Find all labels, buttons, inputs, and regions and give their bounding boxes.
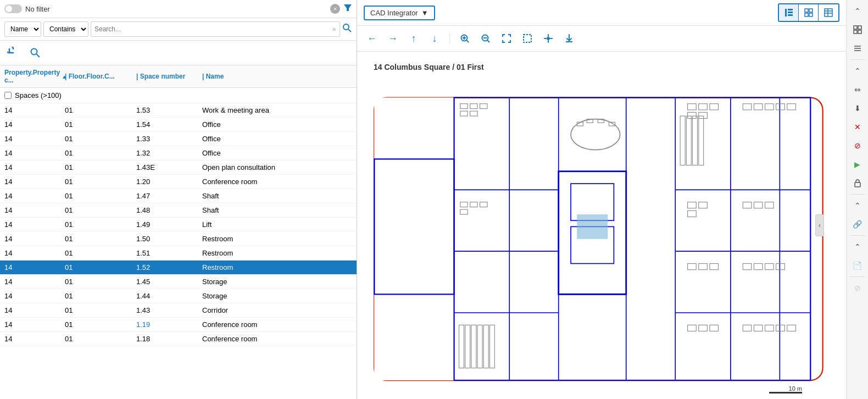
filter-clear-button[interactable]: ×	[330, 4, 340, 14]
spaces-checkbox[interactable]	[4, 92, 12, 99]
cell-property: 14	[4, 192, 65, 200]
table-row[interactable]: 14 01 1.19 Conference room	[0, 318, 357, 332]
table-row[interactable]: 14 01 1.50 Restroom	[0, 232, 357, 246]
view-list-button[interactable]	[779, 4, 799, 21]
sidebar-no-button[interactable]: ⊘	[848, 137, 867, 154]
svg-rect-29	[374, 294, 454, 380]
cell-floor: 01	[65, 235, 136, 243]
sidebar-resize-button[interactable]: ⇔	[848, 81, 867, 98]
svg-rect-61	[710, 104, 719, 110]
table-row[interactable]: 14 01 1.43E Open plan consultation	[0, 160, 357, 175]
cell-space[interactable]: 1.19	[136, 320, 202, 329]
col-header-name[interactable]: | Name	[202, 73, 352, 80]
sidebar-download-button[interactable]: ⬇	[848, 99, 867, 117]
table-row[interactable]: 14 01 1.20 Conference room	[0, 175, 357, 189]
col-header-floor[interactable]: | Floor.Floor.C...	[65, 73, 136, 80]
cell-property: 14	[4, 249, 65, 257]
table-row[interactable]: 14 01 1.43 Corridor	[0, 303, 357, 318]
table-row[interactable]: 14 01 1.33 Office	[0, 132, 357, 146]
svg-rect-74	[765, 202, 774, 208]
search-icon	[342, 23, 352, 33]
sidebar-close-button[interactable]: ✕	[848, 118, 867, 136]
view-grid-button[interactable]	[799, 4, 819, 21]
col-header-property[interactable]: Property.Property c... ▲	[4, 69, 65, 84]
svg-rect-89	[787, 325, 796, 331]
table-row[interactable]: 14 01 1.53 Work & meeting area	[0, 103, 357, 118]
svg-rect-28	[374, 98, 454, 159]
cell-space: 1.48	[136, 206, 202, 214]
sidebar-chevron-up-4[interactable]: ⌃	[848, 238, 867, 256]
search-input[interactable]	[94, 25, 332, 33]
cell-property: 14	[4, 306, 65, 314]
svg-rect-31	[374, 159, 454, 294]
search-field-select[interactable]: Name	[4, 21, 41, 37]
cell-name: Conference room	[202, 178, 352, 186]
zoom-in-button[interactable]	[457, 30, 473, 47]
col-header-space[interactable]: | Space number	[136, 73, 202, 80]
download-view-button[interactable]	[561, 30, 577, 47]
spaces-label: Spaces (>100)	[15, 91, 62, 99]
nav-down-button[interactable]: ↓	[426, 30, 443, 47]
sidebar-lock-button[interactable]	[848, 174, 867, 192]
table-row[interactable]: 14 01 1.49 Lift	[0, 218, 357, 232]
filter-funnel-button[interactable]	[343, 3, 352, 14]
cell-property: 14	[4, 235, 65, 243]
table-row[interactable]: 14 01 1.18 Conference room	[0, 332, 357, 346]
cell-floor: 01	[65, 149, 136, 157]
sidebar-chevron-up-1[interactable]: ⌃	[848, 2, 867, 20]
floor-plan-svg	[368, 79, 835, 399]
filter-toggle[interactable]	[4, 4, 22, 13]
svg-rect-105	[854, 26, 857, 29]
sidebar-grid-view-button[interactable]	[848, 21, 867, 38]
cell-floor: 01	[65, 278, 136, 286]
search-button[interactable]	[26, 44, 44, 62]
cell-name: Shaft	[202, 206, 352, 214]
sidebar-chevron-up-3[interactable]: ⌃	[848, 197, 867, 214]
table-row[interactable]: 14 01 1.47 Shaft	[0, 189, 357, 203]
search-clear-button[interactable]: ×	[332, 25, 336, 34]
table-row[interactable]: 14 01 1.32 Office	[0, 146, 357, 160]
nav-right-button[interactable]: →	[385, 30, 401, 47]
svg-rect-55	[460, 202, 468, 207]
cell-name: Work & meeting area	[202, 106, 352, 114]
sidebar-link-button[interactable]: 🔗	[848, 215, 867, 233]
table-row[interactable]: 14 01 1.54 Office	[0, 118, 357, 132]
svg-rect-66	[765, 104, 774, 110]
search-operator-select[interactable]: Contains	[43, 21, 88, 37]
search-go-button[interactable]	[342, 23, 352, 35]
nav-left-button[interactable]: ←	[364, 30, 380, 47]
cell-space: 1.18	[136, 335, 202, 343]
expand-button[interactable]	[498, 30, 515, 47]
svg-point-1	[343, 24, 349, 30]
cell-name: Office	[202, 135, 352, 143]
sidebar-doc-button[interactable]: 📄	[848, 257, 867, 274]
cell-space: 1.33	[136, 135, 202, 143]
svg-rect-107	[854, 30, 857, 34]
sidebar-play-button[interactable]: ▶	[848, 156, 867, 173]
table-row[interactable]: 14 01 1.48 Shaft	[0, 203, 357, 218]
svg-rect-88	[776, 325, 785, 331]
view-table-button[interactable]	[819, 4, 838, 21]
table-row[interactable]: 14 01 1.44 Storage	[0, 289, 357, 303]
map-area: 14 Columbus Square / 01 First	[357, 52, 846, 399]
sidebar-chevron-up-2[interactable]: ⌃	[848, 62, 867, 80]
sidebar-list-view-button[interactable]	[848, 40, 867, 57]
cell-floor: 01	[65, 120, 136, 129]
zoom-out-button[interactable]	[477, 30, 494, 47]
table-row[interactable]: 14 01 1.51 Restroom	[0, 246, 357, 261]
refresh-button[interactable]	[4, 44, 22, 62]
toolbar-separator-1	[449, 33, 450, 44]
right-header: CAD Integrator ▼	[357, 0, 846, 26]
nav-up-button[interactable]: ↑	[405, 30, 422, 47]
map-label: 14 Columbus Square / 01 First	[374, 63, 484, 71]
sidebar-collapse-button[interactable]: ‹	[815, 214, 824, 236]
select-box-button[interactable]	[519, 30, 536, 47]
svg-line-2	[348, 29, 351, 32]
svg-rect-51	[470, 104, 477, 109]
svg-rect-86	[754, 325, 763, 331]
table-row[interactable]: 14 01 1.52 Restroom	[0, 261, 357, 275]
cad-integrator-dropdown[interactable]: CAD Integrator ▼	[364, 5, 435, 20]
table-row[interactable]: 14 01 1.45 Storage	[0, 275, 357, 289]
right-panel: CAD Integrator ▼	[357, 0, 846, 399]
pan-button[interactable]	[540, 30, 557, 47]
